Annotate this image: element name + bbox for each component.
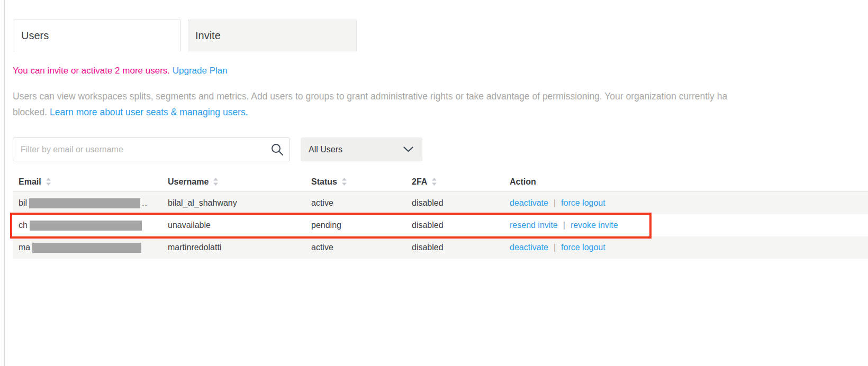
table-header-row: Email Username Status 2FA Action	[13, 172, 868, 191]
user-filter-dropdown[interactable]: All Users	[301, 138, 422, 161]
column-header-2fa[interactable]: 2FA	[412, 172, 437, 191]
redaction-bar	[32, 243, 141, 253]
status-cell: active	[311, 192, 333, 214]
description-line-2: blocked. Learn more about user seats & m…	[13, 104, 727, 120]
email-prefix: ch	[19, 221, 28, 230]
twofa-cell: disabled	[412, 236, 444, 259]
description-line-2-prefix: blocked.	[13, 107, 50, 117]
column-header-status-label: Status	[311, 177, 337, 187]
chevron-down-icon	[403, 147, 413, 152]
column-header-username-label: Username	[168, 177, 209, 187]
sort-icon	[342, 178, 347, 186]
deactivate-link[interactable]: deactivate	[510, 243, 548, 252]
action-cell: deactivate | force logout	[510, 192, 605, 214]
username-cell: martinredolatti	[168, 236, 221, 259]
column-header-action: Action	[510, 172, 536, 191]
redaction-bar	[30, 221, 142, 231]
action-separator: |	[554, 243, 556, 252]
deactivate-link[interactable]: deactivate	[510, 198, 548, 208]
users-table-body: bil .. bilal_al_shahwany active disabled…	[13, 192, 868, 259]
force-logout-link[interactable]: force logout	[561, 198, 605, 208]
email-prefix: ma	[19, 243, 30, 252]
column-header-email[interactable]: Email	[19, 172, 51, 191]
sort-icon	[432, 178, 437, 186]
column-header-status[interactable]: Status	[311, 172, 347, 191]
column-header-username[interactable]: Username	[168, 172, 218, 191]
column-header-email-label: Email	[19, 177, 41, 187]
user-management-page: Users Invite You can invite or activate …	[0, 0, 868, 366]
twofa-cell: disabled	[412, 214, 444, 236]
table-row: ch unavailable pending disabled resend i…	[13, 214, 868, 236]
email-prefix: bil	[19, 198, 27, 208]
seat-limit-banner: You can invite or activate 2 more users.…	[13, 66, 228, 76]
email-cell: ch	[19, 214, 142, 236]
tab-invite[interactable]: Invite	[188, 20, 357, 51]
username-cell: unavailable	[168, 214, 211, 236]
sort-icon	[213, 178, 218, 186]
left-edge-divider	[4, 0, 5, 366]
status-cell: active	[311, 236, 333, 259]
action-separator: |	[563, 221, 565, 230]
tab-users[interactable]: Users	[14, 20, 180, 51]
email-cell: ma	[19, 236, 141, 259]
sort-icon	[46, 178, 51, 186]
force-logout-link[interactable]: force logout	[561, 243, 605, 252]
table-row: ma martinredolatti active disabled deact…	[13, 236, 868, 259]
description-line-1: Users can view workspaces splits, segmen…	[13, 88, 727, 104]
revoke-invite-link[interactable]: revoke invite	[571, 221, 618, 230]
action-cell: deactivate | force logout	[510, 236, 605, 259]
filter-input-wrap	[13, 138, 290, 161]
column-header-action-label: Action	[510, 177, 536, 187]
tab-users-label: Users	[21, 30, 49, 42]
seat-limit-message: You can invite or activate 2 more users.	[13, 66, 170, 76]
redaction-bar	[29, 198, 140, 208]
twofa-cell: disabled	[412, 192, 444, 214]
username-cell: bilal_al_shahwany	[168, 192, 237, 214]
table-row: bil .. bilal_al_shahwany active disabled…	[13, 192, 868, 214]
email-cell: bil ..	[19, 192, 148, 214]
status-cell: pending	[311, 214, 341, 236]
learn-more-link[interactable]: Learn more about user seats & managing u…	[50, 107, 248, 117]
filter-input[interactable]	[13, 138, 290, 161]
upgrade-plan-link[interactable]: Upgrade Plan	[173, 66, 228, 76]
user-filter-dropdown-value: All Users	[309, 145, 342, 154]
column-header-2fa-label: 2FA	[412, 177, 427, 187]
action-separator: |	[554, 198, 556, 208]
email-truncation-ellipsis: ..	[142, 198, 148, 208]
resend-invite-link[interactable]: resend invite	[510, 221, 558, 230]
tab-invite-label: Invite	[195, 30, 221, 42]
action-cell: resend invite | revoke invite	[510, 214, 618, 236]
users-description: Users can view workspaces splits, segmen…	[13, 88, 727, 120]
